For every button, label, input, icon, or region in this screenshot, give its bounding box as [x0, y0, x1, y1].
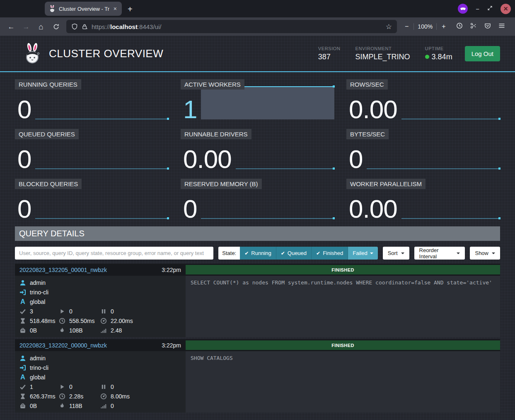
zoom-in-button[interactable]: +: [440, 23, 447, 30]
parallelism-value: 0: [111, 403, 114, 409]
stat-value: 0.00: [346, 98, 397, 121]
state-filter-label: State:: [218, 247, 240, 260]
user-icon: [19, 279, 26, 286]
stat-label: RUNNABLE DRIVERS: [181, 129, 251, 139]
cpu-gauge-icon: [100, 393, 107, 400]
version-value: 387: [318, 53, 341, 61]
query-time: 3:22pm: [162, 342, 181, 349]
parallelism-chart-icon: [100, 327, 107, 334]
stat-label: WORKER PARALLELISM: [346, 179, 426, 189]
show-dropdown[interactable]: Show: [470, 247, 500, 260]
chevron-down-icon: [370, 252, 373, 254]
tab-close-icon[interactable]: ×: [113, 5, 118, 12]
stat-label: RUNNING QUERIES: [15, 79, 81, 90]
uptime-label: UPTIME: [425, 46, 452, 51]
forward-button[interactable]: →: [20, 23, 32, 30]
url-text: https://localhost:8443/ui/: [92, 23, 382, 30]
stat-value: 1: [181, 98, 197, 121]
query-user: admin: [30, 355, 46, 362]
parallelism-value: 2.48: [111, 327, 122, 334]
filter-running-button[interactable]: ✔Running: [240, 247, 276, 260]
logout-button[interactable]: Log Out: [465, 46, 500, 61]
stat-tile-rows-sec: ROWS/SEC 0.00: [346, 78, 500, 123]
splits-completed-value: 3: [30, 308, 33, 315]
memory-scale-icon: [19, 327, 26, 334]
splits-running-value: 0: [69, 308, 73, 315]
stat-tile-queued-queries: QUEUED QUERIES 0: [15, 127, 169, 173]
zoom-out-button[interactable]: −: [404, 23, 410, 30]
stat-label: RESERVED MEMORY (B): [181, 179, 262, 189]
screenshot-scissors-icon[interactable]: [470, 22, 477, 31]
sparkline: [367, 168, 500, 169]
query-row: 20220823_132205_00001_nwbzk 3:22pm FINIS…: [15, 264, 500, 337]
filter-failed-dropdown[interactable]: Failed: [348, 247, 377, 260]
resource-group-icon: A: [19, 374, 26, 381]
splits-queued-value: 0: [111, 384, 114, 390]
trino-bunny-logo: [24, 43, 41, 64]
query-id-link[interactable]: 20220823_132205_00001_nwbzk: [19, 267, 107, 273]
stat-value: 0: [181, 198, 197, 221]
splits-completed-value: 1: [30, 384, 33, 390]
stat-label: ACTIVE WORKERS: [181, 79, 244, 90]
home-button[interactable]: ⌂: [35, 23, 47, 31]
reorder-interval-dropdown[interactable]: Reorder Interval: [414, 247, 465, 260]
elapsed-clock-icon: [59, 318, 65, 324]
query-time: 3:22pm: [162, 267, 181, 273]
browser-tab[interactable]: Cluster Overview - Trino ×: [45, 2, 122, 16]
chevron-down-icon: [492, 252, 495, 254]
url-bar[interactable]: https://localhost:8443/ui/ ☆: [66, 20, 397, 33]
elapsed-time-value: 558.50ms: [69, 318, 94, 324]
stat-tile-running-queries: RUNNING QUERIES 0: [15, 78, 169, 123]
cluster-stats-grid: RUNNING QUERIES 0 ACTIVE WORKERS 1 ROWS/…: [15, 78, 500, 223]
cumulative-memory-value: 118B: [69, 403, 82, 409]
new-tab-button[interactable]: +: [128, 5, 133, 13]
query-search-input[interactable]: [15, 247, 213, 260]
query-id-link[interactable]: 20220823_132202_00000_nwbzk: [19, 342, 107, 349]
stat-tile-runnable-drivers: RUNNABLE DRIVERS 0.00: [181, 127, 334, 173]
check-icon: ✔: [244, 250, 249, 256]
filter-finished-button[interactable]: ✔Finished: [312, 247, 348, 260]
cumulative-memory-flame-icon: [59, 403, 65, 409]
back-button[interactable]: ←: [5, 23, 17, 30]
window-minimize-button[interactable]: −: [476, 5, 479, 12]
environment-value: SIMPLE_TRINO: [355, 53, 410, 61]
history-clock-icon[interactable]: [456, 22, 463, 31]
query-sql-text: SELECT COUNT(*) as nodes FROM system.run…: [186, 276, 500, 337]
uptime-value: 3.84m: [432, 53, 452, 61]
tracking-shield-icon[interactable]: [71, 23, 78, 30]
uptime-status-dot: [425, 55, 429, 59]
query-source: trino-cli: [30, 364, 48, 371]
pocket-save-icon[interactable]: [484, 22, 491, 31]
stat-value: 0: [15, 148, 31, 171]
query-resource-group: global: [30, 299, 45, 305]
browser-titlebar: Cluster Overview - Trino × + − ✕: [0, 0, 515, 17]
stat-tile-reserved-memory: RESERVED MEMORY (B) 0: [181, 177, 334, 223]
window-close-button[interactable]: ✕: [500, 4, 511, 14]
running-splits-icon: [59, 384, 65, 390]
cumulative-memory-value: 108B: [69, 327, 83, 334]
sparkline: [201, 86, 334, 119]
window-maximize-button[interactable]: [487, 5, 493, 12]
browser-toolbar: ← → ⌂ https://localhost:8443/ui/ ☆ − 100…: [0, 17, 515, 36]
filter-queued-button[interactable]: ✔Queued: [276, 247, 312, 260]
queued-splits-icon: [100, 384, 107, 390]
zoom-level[interactable]: 100%: [418, 23, 433, 30]
query-details-title: QUERY DETAILS: [15, 226, 500, 241]
query-status-bar: FINISHED: [186, 340, 500, 350]
version-label: VERSION: [318, 46, 341, 51]
menu-hamburger-icon[interactable]: [498, 22, 505, 31]
user-icon: [19, 355, 26, 362]
query-row: 20220823_132202_00000_nwbzk 3:22pm FINIS…: [15, 339, 500, 413]
elapsed-time-value: 2.28s: [69, 393, 83, 400]
running-splits-icon: [59, 308, 65, 315]
stat-label: QUEUED QUERIES: [15, 129, 79, 139]
stat-label: ROWS/SEC: [346, 79, 388, 90]
lock-warning-icon[interactable]: [82, 24, 88, 30]
wall-time-hourglass-icon: [19, 393, 26, 400]
reload-button[interactable]: [50, 24, 62, 30]
bookmark-star-icon[interactable]: ☆: [386, 22, 392, 31]
sparkline: [35, 168, 169, 169]
cpu-gauge-icon: [100, 318, 107, 324]
sort-dropdown[interactable]: Sort: [383, 247, 409, 260]
memory-scale-icon: [19, 403, 26, 409]
